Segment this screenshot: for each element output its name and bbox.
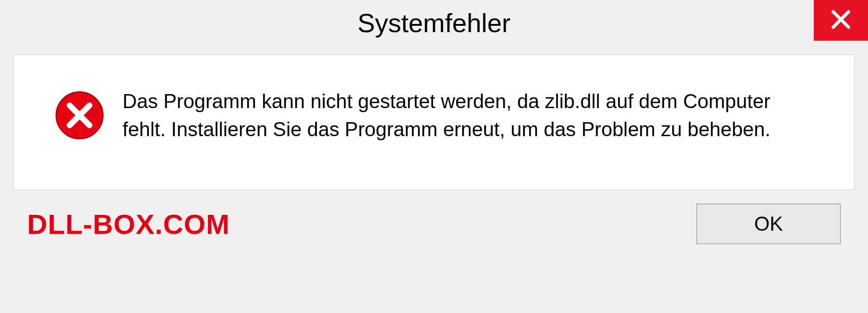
dialog-title: Systemfehler — [358, 8, 510, 38]
error-icon — [55, 90, 104, 140]
titlebar: Systemfehler — [0, 0, 868, 45]
watermark-text: DLL-BOX.COM — [27, 208, 230, 240]
error-message: Das Programm kann nicht gestartet werden… — [123, 87, 809, 143]
ok-button-label: OK — [754, 213, 783, 235]
dialog-footer: DLL-BOX.COM OK — [0, 190, 868, 258]
error-dialog: Systemfehler Das Programm kann nicht ges… — [0, 0, 868, 313]
ok-button[interactable]: OK — [696, 204, 841, 244]
close-button[interactable] — [814, 0, 868, 41]
content-panel: Das Programm kann nicht gestartet werden… — [14, 54, 854, 190]
close-icon — [830, 8, 852, 33]
